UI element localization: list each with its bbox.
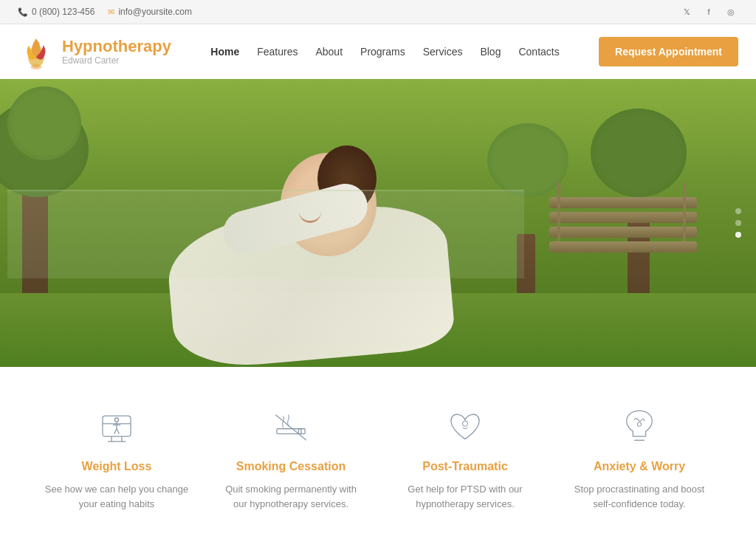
tree-canopy-2 (591, 109, 687, 197)
weight-loss-icon-wrap (93, 404, 140, 451)
phone-icon: 📞 (18, 7, 28, 17)
bench-slat-4 (549, 241, 697, 252)
phone-item: 📞 0 (800) 123-456 (18, 7, 94, 17)
no-smoking-line (275, 415, 306, 441)
top-bar: 📞 0 (800) 123-456 ✉ info@yoursite.com 𝕏 … (0, 0, 756, 24)
nav-about[interactable]: About (315, 43, 343, 61)
email-address: info@yoursite.com (118, 7, 192, 17)
smoking-desc: Quit smoking permanently with our hypnot… (217, 482, 365, 511)
facebook-icon[interactable]: f (701, 4, 716, 19)
anxiety-icon-wrap (616, 404, 663, 451)
weight-loss-desc: See how we can help you change your eati… (43, 482, 190, 511)
bench-slat-1 (549, 197, 697, 208)
ptsd-icon (446, 408, 484, 447)
request-appointment-button[interactable]: Request Appointment (599, 37, 738, 66)
svg-line-10 (114, 429, 117, 434)
slide-indicators (735, 208, 741, 238)
main-nav: Home Features About Programs Services Bl… (210, 43, 559, 61)
feature-anxiety: Anxiety & Worry Stop procrastinating and… (566, 404, 713, 511)
bench-rope-1 (683, 182, 686, 241)
logo-text: Hypnotherapy Edward Carter (62, 38, 171, 66)
fence-area (7, 190, 524, 278)
logo-subtitle: Edward Carter (62, 55, 171, 66)
bench-rope-2 (557, 182, 560, 241)
ptsd-title: Post-Traumatic (422, 460, 508, 473)
feature-smoking: Smoking Cessation Quit smoking permanent… (217, 404, 365, 511)
social-links: 𝕏 f ◎ (679, 4, 738, 19)
email-item: ✉ info@yoursite.com (108, 7, 192, 17)
weight-loss-title: Weight Loss (82, 460, 152, 473)
smoking-cessation-icon (272, 408, 310, 447)
anxiety-title: Anxiety & Worry (594, 460, 685, 473)
nav-services[interactable]: Services (423, 43, 463, 61)
logo-icon (18, 33, 55, 70)
svg-rect-13 (298, 429, 305, 434)
instagram-icon[interactable]: ◎ (724, 4, 738, 19)
nav-features[interactable]: Features (257, 43, 298, 61)
tree-canopy-1b (7, 86, 81, 160)
header: Hypnotherapy Edward Carter Home Features… (0, 24, 756, 79)
svg-point-7 (114, 418, 118, 422)
top-bar-contact: 📞 0 (800) 123-456 ✉ info@yoursite.com (18, 7, 192, 17)
anxiety-icon (620, 408, 659, 447)
nav-programs[interactable]: Programs (360, 43, 405, 61)
slide-dot-1[interactable] (735, 208, 741, 214)
svg-line-11 (117, 429, 119, 434)
ptsd-icon-wrap (441, 404, 489, 451)
anxiety-desc: Stop procrastinating and boost self-conf… (566, 482, 713, 511)
features-section: Weight Loss See how we can help you chan… (0, 367, 756, 540)
bench-slat-2 (549, 212, 697, 223)
ptsd-desc: Get help for PTSD with our hypnotherapy … (391, 482, 539, 511)
logo[interactable]: Hypnotherapy Edward Carter (18, 33, 171, 70)
bench-slat-3 (549, 227, 697, 238)
svg-point-14 (463, 421, 468, 426)
nav-home[interactable]: Home (210, 43, 239, 61)
weight-loss-icon (97, 408, 136, 447)
slide-dot-2[interactable] (735, 220, 741, 226)
feature-weight-loss: Weight Loss See how we can help you chan… (43, 404, 190, 511)
logo-title: Hypnotherapy (62, 38, 171, 55)
slide-dot-3[interactable] (735, 232, 741, 238)
nav-contacts[interactable]: Contacts (518, 43, 559, 61)
svg-point-17 (637, 422, 641, 426)
smoking-title: Smoking Cessation (236, 460, 346, 473)
feature-ptsd: Post-Traumatic Get help for PTSD with ou… (391, 404, 539, 511)
svg-point-1 (31, 64, 42, 69)
email-icon: ✉ (108, 7, 114, 17)
twitter-icon[interactable]: 𝕏 (679, 4, 694, 19)
hero-section (0, 79, 756, 367)
phone-number: 0 (800) 123-456 (32, 7, 94, 17)
nav-blog[interactable]: Blog (480, 43, 501, 61)
smoking-icon-wrap (267, 404, 315, 451)
